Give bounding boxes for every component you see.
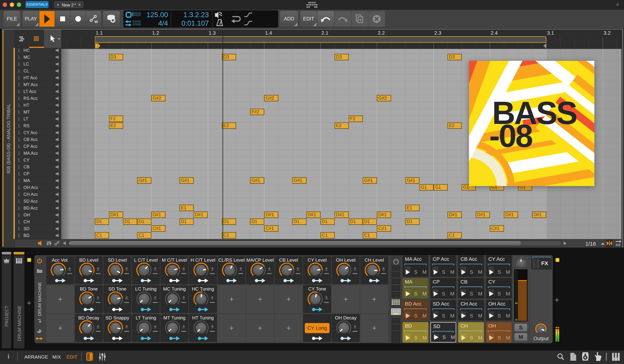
svg-text:-08: -08 [489, 118, 532, 154]
svg-text:w: w [94, 19, 98, 23]
